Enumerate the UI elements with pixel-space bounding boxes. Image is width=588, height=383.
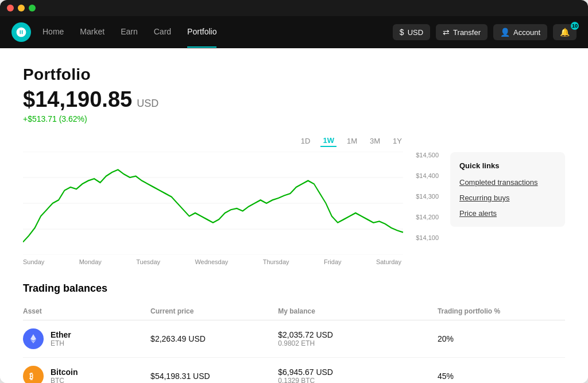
btc-info: Bitcoin BTC (51, 367, 78, 383)
filter-1y[interactable]: 1Y (390, 135, 404, 147)
y-label-1: $14,400 (405, 172, 439, 179)
app-window: Home Market Earn Card Portfolio $ USD ⇄ … (0, 0, 588, 383)
portfolio-amount: $14,190.85 (23, 87, 132, 112)
person-icon: 👤 (500, 28, 510, 37)
account-button[interactable]: 👤 Account (493, 24, 547, 40)
portfolio-currency: USD (137, 98, 158, 110)
app-logo[interactable] (11, 22, 31, 42)
col-price: Current price (150, 307, 278, 315)
bell-icon: 🔔 (560, 28, 570, 37)
x-label-6: Saturday (376, 258, 401, 265)
y-label-2: $14,300 (405, 193, 439, 200)
transfer-icon: ⇄ (443, 28, 450, 37)
eth-balance: $2,035.72 USD 0.9802 ETH (278, 330, 438, 347)
x-label-1: Monday (79, 258, 102, 265)
quick-link-alerts[interactable]: Price alerts (459, 209, 556, 218)
quick-link-completed[interactable]: Completed transactions (459, 178, 556, 187)
table-row: ₿ Bitcoin BTC $54,198.31 USD $6,945.67 U… (23, 358, 565, 383)
col-asset: Asset (23, 307, 150, 315)
notification-button[interactable]: 🔔 10 (553, 24, 577, 40)
btc-symbol: BTC (51, 377, 78, 383)
asset-cell-eth: Ether ETH (23, 328, 150, 349)
chart-container: 1D 1W 1M 3M 1Y (23, 135, 439, 265)
eth-portfolio-pct: 20% (438, 334, 565, 343)
chart-area: $14,500 $14,400 $14,300 $14,200 $14,100 (23, 152, 439, 255)
navbar: Home Market Earn Card Portfolio $ USD ⇄ … (0, 16, 588, 48)
minimize-dot[interactable] (18, 5, 25, 11)
filter-1m[interactable]: 1M (345, 135, 359, 147)
nav-links: Home Market Earn Card Portfolio (42, 27, 393, 37)
eth-info: Ether ETH (51, 330, 71, 347)
svg-text:₿: ₿ (29, 372, 33, 381)
chart-svg (23, 152, 439, 255)
x-label-3: Wednesday (195, 258, 228, 265)
nav-market[interactable]: Market (80, 27, 105, 37)
x-label-2: Tuesday (136, 258, 160, 265)
btc-icon: ₿ (23, 366, 44, 383)
table-row: Ether ETH $2,263.49 USD $2,035.72 USD 0.… (23, 320, 565, 358)
usd-button[interactable]: $ USD (393, 24, 430, 40)
close-dot[interactable] (7, 5, 14, 11)
quick-link-recurring[interactable]: Recurring buys (459, 194, 556, 202)
filter-1w[interactable]: 1W (320, 135, 336, 147)
quick-links-panel: Quick links Completed transactions Recur… (450, 152, 565, 227)
btc-portfolio-pct: 45% (438, 372, 565, 381)
eth-balance-usd: $2,035.72 USD (278, 330, 438, 339)
chart-section: 1D 1W 1M 3M 1Y (23, 135, 565, 265)
eth-symbol: ETH (51, 339, 71, 347)
eth-icon (23, 328, 44, 349)
maximize-dot[interactable] (29, 5, 36, 11)
dollar-icon: $ (400, 28, 404, 37)
y-label-0: $14,500 (405, 152, 439, 158)
quick-links-title: Quick links (459, 161, 556, 170)
nav-earn[interactable]: Earn (121, 27, 138, 37)
main-content: Portfolio $14,190.85 USD +$513.71 (3.62%… (0, 48, 588, 383)
trading-section: Trading balances Asset Current price My … (23, 283, 565, 383)
transfer-button[interactable]: ⇄ Transfer (436, 24, 488, 40)
table-header: Asset Current price My balance Trading p… (23, 303, 565, 320)
titlebar (0, 0, 588, 16)
col-portfolio: Trading portfolio % (438, 307, 565, 315)
y-label-4: $14,100 (405, 234, 439, 241)
nav-home[interactable]: Home (42, 27, 64, 37)
portfolio-heading: Portfolio (23, 65, 565, 84)
filter-3m[interactable]: 3M (368, 135, 382, 147)
nav-portfolio[interactable]: Portfolio (187, 27, 216, 37)
btc-balance-crypto: 0.1329 BTC (278, 377, 438, 383)
filter-1d[interactable]: 1D (299, 135, 313, 147)
x-label-4: Thursday (263, 258, 289, 265)
portfolio-change: +$513.71 (3.62%) (23, 114, 565, 123)
nav-card[interactable]: Card (154, 27, 171, 37)
btc-price: $54,198.31 USD (150, 372, 278, 381)
asset-cell-btc: ₿ Bitcoin BTC (23, 366, 150, 383)
chart-y-labels: $14,500 $14,400 $14,300 $14,200 $14,100 (405, 152, 439, 241)
btc-balance: $6,945.67 USD 0.1329 BTC (278, 367, 438, 383)
chart-x-labels: Sunday Monday Tuesday Wednesday Thursday… (23, 258, 439, 265)
nav-right: $ USD ⇄ Transfer 👤 Account 🔔 10 (393, 24, 577, 40)
portfolio-value: $14,190.85 USD (23, 87, 565, 112)
eth-balance-crypto: 0.9802 ETH (278, 339, 438, 347)
col-balance: My balance (278, 307, 438, 315)
btc-balance-usd: $6,945.67 USD (278, 367, 438, 377)
eth-price: $2,263.49 USD (150, 334, 278, 343)
notification-badge: 10 (571, 22, 579, 30)
btc-name: Bitcoin (51, 367, 78, 377)
trading-balances-title: Trading balances (23, 283, 565, 295)
time-filters: 1D 1W 1M 3M 1Y (23, 135, 439, 147)
x-label-5: Friday (324, 258, 342, 265)
y-label-3: $14,200 (405, 214, 439, 220)
eth-name: Ether (51, 330, 71, 339)
x-label-0: Sunday (23, 258, 44, 265)
